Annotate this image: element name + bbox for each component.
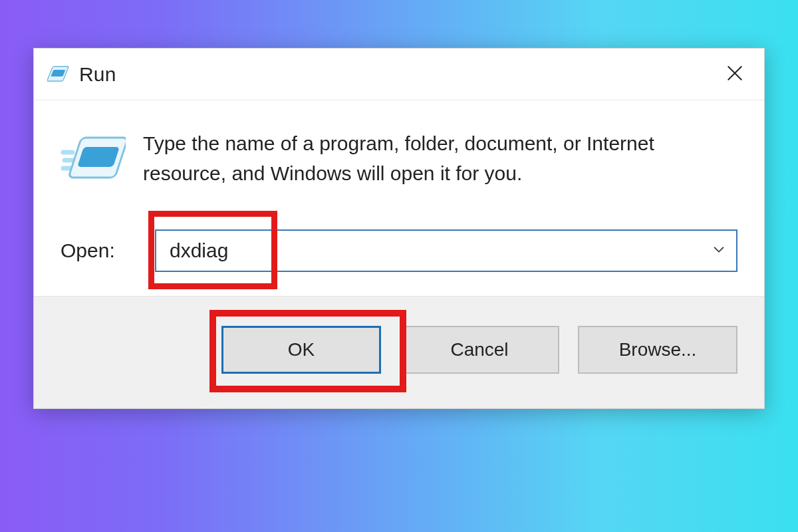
browse-button[interactable]: Browse...	[578, 326, 737, 374]
desktop-background: Run	[0, 0, 798, 532]
window-title: Run	[79, 63, 711, 86]
ok-button[interactable]: OK	[221, 326, 381, 374]
run-icon	[47, 64, 70, 85]
chevron-down-icon	[712, 242, 726, 259]
dialog-footer: OK Cancel Browse...	[34, 296, 764, 408]
run-dialog: Run	[33, 48, 765, 409]
cancel-button[interactable]: Cancel	[400, 326, 559, 374]
dialog-body: Type the name of a program, folder, docu…	[34, 100, 764, 296]
description-text: Type the name of a program, folder, docu…	[143, 128, 715, 188]
open-input[interactable]	[155, 229, 737, 272]
close-button[interactable]	[711, 55, 759, 94]
open-dropdown-button[interactable]	[710, 241, 728, 260]
ok-button-label: OK	[288, 339, 315, 360]
browse-button-label: Browse...	[619, 339, 697, 360]
open-label: Open:	[61, 239, 140, 262]
open-row: Open:	[61, 229, 737, 272]
close-icon	[726, 65, 743, 84]
cancel-button-label: Cancel	[450, 339, 508, 360]
svg-rect-3	[77, 147, 120, 167]
description-row: Type the name of a program, folder, docu…	[61, 128, 737, 188]
titlebar: Run	[34, 49, 764, 100]
open-field-wrap	[155, 229, 737, 272]
run-icon	[61, 132, 126, 188]
